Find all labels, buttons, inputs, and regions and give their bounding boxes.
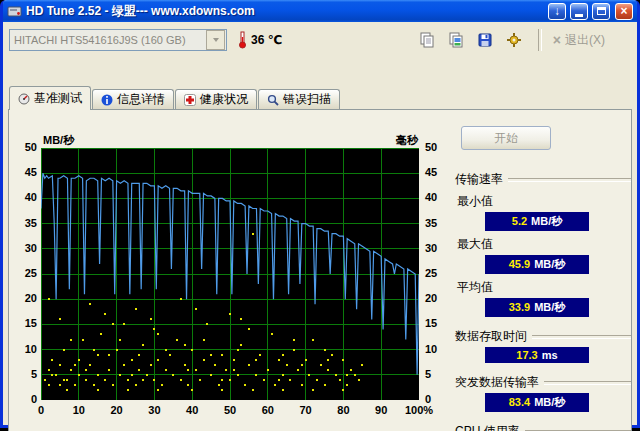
y-axis-left-tick: 40 (11, 191, 37, 203)
hd-tune-window: HD Tune 2.52 - 绿盟--- www.xdowns.com ↓ × … (0, 0, 640, 428)
drive-select-value: HITACHI HTS541616J9S (160 GB) (10, 34, 206, 46)
x-axis-tick: 90 (364, 404, 398, 416)
temperature-value: 36 ℃ (251, 33, 282, 47)
magnifier-icon (267, 94, 279, 106)
drive-select-dropdown-button[interactable] (206, 30, 225, 50)
access-time-unit: ms (542, 349, 558, 361)
tab-info[interactable]: 信息详情 (92, 89, 174, 109)
tab-bar: 基准测试 信息详情 健康状况 (9, 86, 340, 109)
chevron-down-icon (213, 38, 219, 42)
max-label: 最大值 (457, 236, 631, 253)
x-axis-tick: 80 (326, 404, 360, 416)
close-button[interactable]: × (615, 3, 633, 20)
avg-unit: MB/秒 (534, 301, 565, 313)
avg-label: 平均值 (457, 279, 631, 296)
drive-select[interactable]: HITACHI HTS541616J9S (160 GB) (9, 29, 227, 51)
benchmark-plot (41, 148, 419, 400)
maximize-button[interactable] (592, 3, 610, 20)
info-icon (101, 94, 113, 106)
min-value: 5.2 (512, 215, 527, 227)
transfer-rate-group-header: 传输速率 (455, 171, 631, 188)
y-axis-left-tick: 10 (11, 343, 37, 355)
temperature-indicator: 36 ℃ (237, 31, 282, 49)
max-value-box: 45.9MB/秒 (485, 255, 589, 274)
toolbar: HITACHI HTS541616J9S (160 GB) 36 ℃ (3, 22, 637, 58)
exit-button[interactable]: × 退出(X) (553, 32, 605, 49)
y-axis-left-tick: 5 (11, 368, 37, 380)
y-axis-left-tick: 25 (11, 267, 37, 279)
avg-value: 33.9 (509, 301, 530, 313)
start-button[interactable]: 开始 (461, 126, 551, 150)
cpu-usage-label: CPU 使用率 (455, 423, 520, 431)
y-axis-right-tick: 25 (425, 267, 451, 279)
x-axis-tick: 40 (175, 404, 209, 416)
y-axis-left-label: MB/秒 (43, 133, 74, 148)
gear-icon (506, 32, 522, 48)
tab-label: 错误扫描 (283, 91, 331, 108)
burst-rate-value: 83.4 (509, 396, 530, 408)
x-axis-tick: 0 (24, 404, 58, 416)
tab-benchmark[interactable]: 基准测试 (9, 86, 91, 110)
toolbar-buttons (414, 27, 527, 53)
y-axis-left-tick: 50 (11, 141, 37, 153)
tab-label: 基准测试 (34, 90, 82, 107)
burst-rate-group-header: 突发数据传输率 (455, 374, 631, 391)
results-panel: 传输速率 最小值 5.2MB/秒 最大值 45.9MB/秒 平均值 33.9MB… (455, 160, 631, 431)
y-axis-left-tick: 15 (11, 317, 37, 329)
download-button[interactable]: ↓ (548, 3, 566, 20)
y-axis-right-tick: 45 (425, 166, 451, 178)
benchmark-icon (18, 93, 30, 105)
minimize-icon (575, 14, 583, 17)
min-value-box: 5.2MB/秒 (485, 212, 589, 231)
exit-label: 退出(X) (565, 32, 605, 49)
minimize-button[interactable] (570, 3, 588, 20)
y-axis-right-tick: 10 (425, 343, 451, 355)
burst-rate-label: 突发数据传输率 (455, 374, 539, 391)
y-axis-right-tick: 15 (425, 317, 451, 329)
copy-text-button[interactable] (414, 27, 440, 53)
exit-x-icon: × (553, 33, 561, 47)
screen: HD Tune 2.52 - 绿盟--- www.xdowns.com ↓ × … (0, 0, 640, 431)
toolbar-separator (538, 29, 542, 51)
burst-rate-unit: MB/秒 (534, 396, 565, 408)
benchmark-chart: MB/秒 毫秒 50504545404035353030252520201515… (11, 132, 459, 431)
tab-health[interactable]: 健康状况 (175, 89, 257, 109)
max-unit: MB/秒 (534, 258, 565, 270)
burst-rate-value-box: 83.4MB/秒 (485, 393, 589, 412)
y-axis-left-tick: 30 (11, 242, 37, 254)
benchmark-panel: MB/秒 毫秒 50504545404035353030252520201515… (8, 109, 632, 431)
window-title: HD Tune 2.52 - 绿盟--- www.xdowns.com (26, 3, 544, 20)
transfer-rate-group-label: 传输速率 (455, 171, 503, 188)
y-axis-right-tick: 40 (425, 191, 451, 203)
save-button[interactable] (472, 27, 498, 53)
min-unit: MB/秒 (531, 215, 562, 227)
copy-image-icon (448, 32, 464, 48)
max-value: 45.9 (509, 258, 530, 270)
options-button[interactable] (501, 27, 527, 53)
x-axis-tick: 50 (213, 404, 247, 416)
copy-icon (419, 32, 435, 48)
access-time-value-box: 17.3ms (485, 347, 589, 363)
y-axis-right-tick: 35 (425, 217, 451, 229)
cpu-usage-group-header: CPU 使用率 (455, 423, 631, 431)
group-rule (544, 381, 631, 385)
maximize-icon (597, 7, 606, 15)
copy-image-button[interactable] (443, 27, 469, 53)
client-area: HITACHI HTS541616J9S (160 GB) 36 ℃ (3, 22, 637, 58)
x-axis-tick: 10 (62, 404, 96, 416)
y-axis-right-tick: 5 (425, 368, 451, 380)
y-axis-left-tick: 45 (11, 166, 37, 178)
tab-error-scan[interactable]: 错误扫描 (258, 89, 340, 109)
access-time-value: 17.3 (516, 349, 537, 361)
x-axis-tick: 70 (289, 404, 323, 416)
min-label: 最小值 (457, 193, 631, 210)
avg-value-box: 33.9MB/秒 (485, 298, 589, 317)
group-rule (508, 178, 631, 182)
y-axis-right-tick: 20 (425, 292, 451, 304)
tab-label: 健康状况 (200, 91, 248, 108)
y-axis-left-tick: 20 (11, 292, 37, 304)
group-rule (532, 335, 631, 339)
titlebar[interactable]: HD Tune 2.52 - 绿盟--- www.xdowns.com ↓ × (3, 0, 637, 22)
thermometer-icon (237, 31, 247, 49)
health-cross-icon (184, 94, 196, 106)
